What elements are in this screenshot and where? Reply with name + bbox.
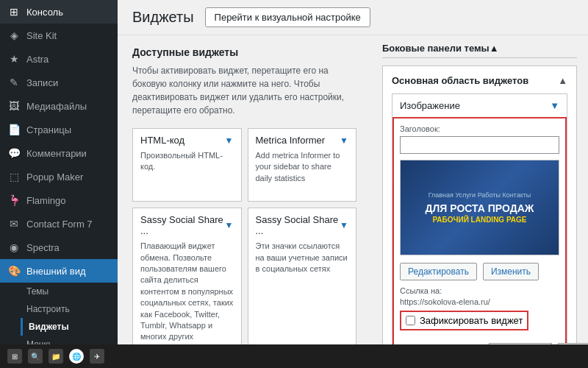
- console-icon: ⊞: [7, 5, 21, 18]
- pages-icon: 📄: [7, 123, 21, 136]
- sidebar-item-astra[interactable]: ★ Astra: [0, 47, 118, 71]
- sidebar-item-comments[interactable]: 💬 Комментарии: [0, 141, 118, 165]
- taskbar-icon-files[interactable]: 📁: [49, 349, 63, 364]
- widget-area-title: Основная область виджетов ▲: [392, 75, 567, 86]
- sidebar-item-pages[interactable]: 📄 Страницы: [0, 118, 118, 141]
- widget-metrica[interactable]: Metrica Informer ▼ Add metrica Informer …: [248, 128, 357, 202]
- sidebar-item-cf7[interactable]: ✉ Contact Form 7: [0, 212, 118, 236]
- page-header: Виджеты Перейти к визуальной настройке: [118, 0, 588, 35]
- widget-metrica-header: Metrica Informer ▼: [256, 135, 349, 146]
- appearance-icon: 🎨: [7, 264, 21, 277]
- sidebar-sub-widgets[interactable]: Виджеты: [21, 318, 118, 336]
- sidebar-item-spectra[interactable]: ◉ Spectra: [0, 236, 118, 259]
- visual-customize-button[interactable]: Перейти к визуальной настройке: [205, 7, 370, 27]
- taskbar: ⊞ 🔍 📁 🌐 ✈: [0, 344, 588, 368]
- sidebar-item-media[interactable]: 🖼 Медиафайлы: [0, 94, 118, 118]
- landing-preview: Главная Услуги Работы Контакты ДЛЯ РОСТА…: [400, 160, 559, 255]
- deactivate-checkbox[interactable]: [406, 316, 415, 325]
- main-area: Виджеты Перейти к визуальной настройке Д…: [118, 0, 588, 344]
- taskbar-icon-windows[interactable]: ⊞: [7, 349, 22, 364]
- image-widget-chevron[interactable]: ▼: [550, 100, 559, 111]
- change-button[interactable]: Изменить: [483, 263, 539, 280]
- widget-sassy-1[interactable]: Sassy Social Share ... ▼ Плавающий видже…: [132, 208, 242, 344]
- sidebar-item-appearance[interactable]: 🎨 Внешний вид: [0, 259, 118, 283]
- widget-sassy1-arrow[interactable]: ▼: [225, 220, 234, 230]
- spectra-icon: ◉: [7, 241, 21, 254]
- sidebar-item-console[interactable]: ⊞ Консоль: [0, 0, 118, 24]
- sidebar: ⊞ Консоль ◈ Site Kit ★ Astra ✎ Записи 🖼 …: [0, 0, 118, 344]
- deactivate-container: Зафиксировать виджет: [400, 311, 559, 336]
- taskbar-icon-chrome[interactable]: 🌐: [69, 349, 84, 364]
- posts-icon: ✎: [7, 76, 21, 89]
- sidebar-item-flamingo[interactable]: 🦩 Flamingo: [0, 188, 118, 212]
- url-value: https://sokolova-elena.ru/: [400, 297, 559, 306]
- widget-sassy2-arrow[interactable]: ▼: [340, 220, 348, 230]
- appearance-submenu: Темы Настроить Виджеты Меню Fixed Widget…: [0, 283, 118, 344]
- sidebar-sub-themes[interactable]: Темы: [21, 283, 118, 300]
- edit-button[interactable]: Редактировать: [400, 263, 477, 280]
- flamingo-icon: 🦩: [7, 194, 21, 207]
- comments-icon: 💬: [7, 146, 21, 160]
- taskbar-icon-search[interactable]: 🔍: [28, 349, 43, 364]
- astra-icon: ★: [7, 52, 21, 66]
- media-icon: 🖼: [7, 99, 21, 113]
- deactivate-label[interactable]: Зафиксировать виджет: [400, 311, 528, 330]
- popup-icon: ⬚: [7, 170, 21, 183]
- caption-input[interactable]: [400, 136, 559, 154]
- taskbar-icon-telegram[interactable]: ✈: [90, 349, 104, 364]
- widget-html-arrow[interactable]: ▼: [225, 135, 234, 146]
- available-widgets-panel: Доступные виджеты Чтобы активировать вид…: [118, 35, 371, 344]
- widget-area-collapse-button[interactable]: ▲: [558, 75, 567, 86]
- sidebar-item-posts[interactable]: ✎ Записи: [0, 71, 118, 94]
- widget-sassy2-header: Sassy Social Share ... ▼: [256, 214, 349, 236]
- widget-metrica-arrow[interactable]: ▼: [340, 135, 348, 146]
- sidebar-sub-menu[interactable]: Меню: [21, 336, 118, 344]
- widget-html-header: HTML-код ▼: [140, 135, 234, 146]
- sidebar-item-sitekit[interactable]: ◈ Site Kit: [0, 24, 118, 47]
- sidebars-header[interactable]: Боковые панели темы▲: [382, 43, 577, 58]
- sidebar-item-popup[interactable]: ⬚ Popup Maker: [0, 165, 118, 188]
- landing-nav: Главная Услуги Работы Контакты: [426, 191, 534, 199]
- url-label: Ссылка на:: [400, 286, 559, 295]
- caption-label: Заголовок:: [400, 124, 559, 133]
- page-title: Виджеты: [132, 9, 194, 26]
- widget-sassy-2[interactable]: Sassy Social Share ... ▼ Эти значки ссыл…: [248, 208, 357, 344]
- image-widget-body: Заголовок: Главная Услуги Работы Контакт…: [392, 117, 567, 344]
- landing-preview-text: Главная Услуги Работы Контакты ДЛЯ РОСТА…: [426, 191, 534, 223]
- right-panel: Боковые панели темы▲ Основная область ви…: [371, 35, 588, 344]
- widget-sassy1-header: Sassy Social Share ... ▼: [140, 214, 234, 236]
- image-widget: Изображение ▼ Заголовок: Главная Услуги …: [392, 93, 567, 344]
- sitekit-icon: ◈: [7, 29, 21, 42]
- widget-html[interactable]: HTML-код ▼ Произвольный HTML-код.: [132, 128, 242, 202]
- available-widgets-description: Чтобы активировать виджет, перетащите ег…: [132, 64, 356, 117]
- cf7-icon: ✉: [7, 217, 21, 230]
- widget-grid: HTML-код ▼ Произвольный HTML-код. Metric…: [132, 128, 356, 344]
- image-widget-header[interactable]: Изображение ▼: [392, 94, 567, 117]
- widget-area-box: Основная область виджетов ▲ Изображение …: [382, 66, 577, 344]
- widget-action-buttons: Редактировать Изменить: [400, 263, 559, 280]
- available-widgets-title: Доступные виджеты: [132, 46, 356, 58]
- main-body: Доступные виджеты Чтобы активировать вид…: [118, 35, 588, 344]
- sidebar-sub-customize[interactable]: Настроить: [21, 300, 118, 318]
